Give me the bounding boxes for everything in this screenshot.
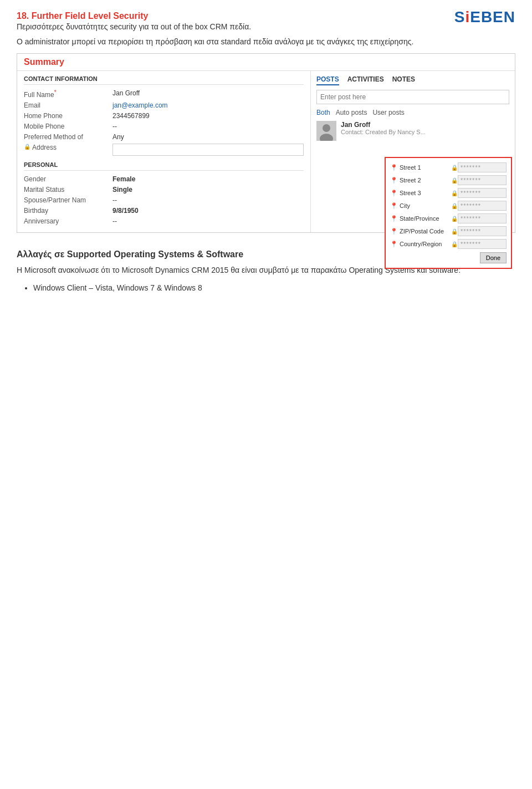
value-state: ******* [458,213,507,223]
label-gender: Gender [24,175,112,183]
filter-user-posts[interactable]: User posts [372,109,404,116]
addr-row-city: 📍 City 🔒 ******* [390,201,507,211]
address-input[interactable] [112,144,304,156]
tab-notes[interactable]: NOTES [392,75,415,85]
field-spouse: Spouse/Partner Nam -- [24,196,304,204]
personal-section: PERSONAL Gender Female Marital Status Si… [24,161,304,225]
lock-icon-zip: 🔒 [451,228,458,235]
contact-info-header: CONTACT INFORMATION [24,75,304,85]
crm-screenshot: Summary CONTACT INFORMATION Full Name* J… [17,53,515,233]
intro-line2: Ο administrator μπορεί να περιορίσει τη … [17,36,515,48]
addr-label-street3: 📍 Street 3 [390,190,451,197]
addr-row-zip: 📍 ZIP/Postal Code 🔒 ******* [390,226,507,236]
crm-summary-bar: Summary [17,54,515,71]
value-anniversary: -- [112,217,304,225]
label-spouse: Spouse/Partner Nam [24,196,112,204]
addr-row-street3: 📍 Street 3 🔒 ******* [390,188,507,198]
addr-label-zip: 📍 ZIP/Postal Code [390,228,451,235]
filter-both[interactable]: Both [316,109,330,116]
post-input[interactable] [316,90,509,104]
filter-auto-posts[interactable]: Auto posts [336,109,367,116]
value-full-name: Jan Groff [112,89,304,97]
value-gender: Female [112,175,304,183]
field-gender: Gender Female [24,175,304,183]
label-home-phone: Home Phone [24,112,112,120]
label-mobile-phone: Mobile Phone [24,123,112,130]
label-email: Email [24,101,112,109]
pin-icon-state: 📍 [390,215,398,222]
section-title: 18. Further Field Level Security [17,11,148,21]
field-birthday: Birthday 9/8/1950 [24,207,304,215]
section-heading: 18. Further Field Level Security [17,11,515,21]
crm-tabs: POSTS ACTIVITIES NOTES [316,75,509,85]
logo-highlight: i [465,8,470,26]
tab-posts[interactable]: POSTS [316,75,339,85]
logo-area: SiEBEN [454,8,515,26]
field-home-phone: Home Phone 2344567899 [24,112,304,120]
value-country: ******* [458,239,507,249]
label-preferred-method: Preferred Method of [24,133,112,141]
label-address: 🔒Address [24,144,112,151]
addr-label-country: 📍 Country/Region [390,241,451,248]
addr-row-country: 📍 Country/Region 🔒 ******* [390,239,507,249]
bullet-list: Windows Client – Vista, Windows 7 & Wind… [17,282,515,295]
field-preferred-method: Preferred Method of Any [24,133,304,141]
bullet-item-0: Windows Client – Vista, Windows 7 & Wind… [33,282,515,295]
post-user-name: Jan Groff [341,121,426,129]
lock-icon-country: 🔒 [451,241,458,247]
label-full-name: Full Name* [24,89,112,99]
label-marital-status: Marital Status [24,186,112,194]
lock-icon-street1: 🔒 [451,165,458,171]
addr-row-state: 📍 State/Province 🔒 ******* [390,213,507,223]
heading-title: Further Field Level Security [32,11,149,21]
crm-body: CONTACT INFORMATION Full Name* Jan Groff… [17,71,515,232]
value-spouse: -- [112,196,304,204]
addr-label-city: 📍 City [390,202,451,210]
pin-icon-country: 📍 [390,241,398,248]
avatar [316,121,336,141]
crm-summary-label: Summary [24,57,64,67]
lock-icon-street2: 🔒 [451,177,458,184]
value-preferred-method: Any [112,133,304,141]
field-email: Email jan@example.com [24,101,304,109]
lock-icon-street3: 🔒 [451,190,458,196]
value-birthday: 9/8/1950 [112,207,304,215]
value-street2: ******* [458,175,507,185]
post-entry: Jan Groff Contact: Created By Nancy S... [316,121,509,145]
avatar-image [316,121,336,141]
post-filter: Both Auto posts User posts [316,109,509,116]
pin-icon-street3: 📍 [390,190,398,197]
logo: SiEBEN [454,8,515,26]
addr-row-street1: 📍 Street 1 🔒 ******* [390,162,507,172]
addr-row-street2: 📍 Street 2 🔒 ******* [390,175,507,185]
crm-left-panel: CONTACT INFORMATION Full Name* Jan Groff… [17,71,311,232]
value-zip: ******* [458,226,507,236]
tab-activities[interactable]: ACTIVITIES [347,75,384,85]
address-lock-icon: 🔒 [24,144,30,150]
label-anniversary: Anniversary [24,217,112,225]
lock-icon-city: 🔒 [451,203,458,209]
value-home-phone: 2344567899 [112,112,304,120]
heading-number: 18. [17,11,29,21]
address-locked-panel: 📍 Street 1 🔒 ******* 📍 Street 2 🔒 ******… [385,157,512,269]
post-content: Jan Groff Contact: Created By Nancy S... [341,121,426,141]
pin-icon-street2: 📍 [390,177,398,184]
pin-icon-street1: 📍 [390,164,398,171]
lock-icon-state: 🔒 [451,216,458,222]
post-subtitle: Contact: Created By Nancy S... [341,129,426,135]
addr-label-state: 📍 State/Province [390,215,451,222]
value-city: ******* [458,201,507,211]
value-email[interactable]: jan@example.com [112,101,304,109]
done-button[interactable]: Done [480,252,507,263]
pin-icon-zip: 📍 [390,228,398,235]
intro-line1: Περισσότερες δυνατότητες security για τα… [17,21,515,33]
field-address: 🔒Address [24,144,304,156]
value-marital-status: Single [112,186,304,194]
value-mobile-phone: -- [112,123,304,130]
field-full-name: Full Name* Jan Groff [24,89,304,99]
field-marital-status: Marital Status Single [24,186,304,194]
personal-header: PERSONAL [24,161,304,171]
label-birthday: Birthday [24,207,112,215]
field-anniversary: Anniversary -- [24,217,304,225]
field-mobile-phone: Mobile Phone -- [24,123,304,130]
